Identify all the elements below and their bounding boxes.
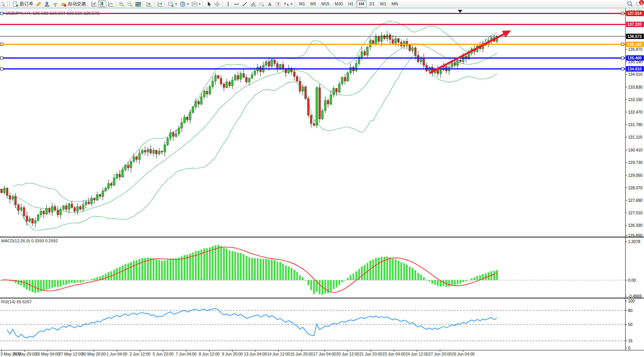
autotrade-button[interactable]: 自动交易 bbox=[59, 0, 87, 8]
indicators-button[interactable]: ▼ bbox=[190, 0, 202, 8]
periods-icon bbox=[180, 1, 186, 7]
time-tick-label[interactable]: 7 Jun 04:00 bbox=[176, 352, 197, 356]
cursor-button[interactable] bbox=[205, 0, 213, 8]
macd-histogram-bar bbox=[426, 280, 428, 280]
candle-body bbox=[31, 218, 33, 223]
chart-marker-icon[interactable] bbox=[458, 10, 462, 13]
line-handle[interactable] bbox=[0, 67, 3, 70]
signal-button[interactable] bbox=[51, 0, 59, 8]
trend-arrow-line[interactable] bbox=[429, 33, 507, 73]
time-tick-label[interactable]: 17 Jun 04:00 bbox=[313, 352, 336, 356]
arrows-button[interactable]: ▼ bbox=[282, 0, 294, 8]
auto-scroll-button[interactable] bbox=[145, 0, 153, 8]
macd-histogram-bar bbox=[339, 280, 341, 285]
vertical-line-button[interactable] bbox=[224, 0, 232, 8]
time-tick-label[interactable]: 29 Jun 04:00 bbox=[452, 352, 475, 356]
time-tick-label[interactable]: 5 Jun 23:00 bbox=[153, 352, 174, 356]
tile-windows-button[interactable] bbox=[134, 0, 142, 8]
macd-histogram-bar bbox=[330, 280, 332, 292]
candle-body bbox=[268, 62, 270, 66]
time-tick-label[interactable]: 27 May 12:00 bbox=[59, 352, 83, 356]
time-tick-label[interactable]: 15 Jun 20:00 bbox=[290, 352, 313, 356]
time-tick-label[interactable]: 20 Jun 12:00 bbox=[336, 352, 359, 356]
time-tick-label[interactable]: 8 Jun 12:00 bbox=[199, 352, 220, 356]
line-chart-button[interactable] bbox=[106, 0, 115, 8]
candle-body bbox=[454, 62, 456, 65]
zoom-in-button[interactable] bbox=[117, 0, 126, 8]
line-handle[interactable] bbox=[0, 57, 3, 59]
market-watch-button[interactable] bbox=[0, 0, 6, 8]
fibonacci-button[interactable]: F bbox=[257, 0, 266, 8]
notifications-button[interactable]: 1 bbox=[635, 0, 643, 8]
time-tick-label[interactable]: 13 Jun 04:00 bbox=[244, 352, 267, 356]
price-tick-label: 128.370 bbox=[628, 186, 642, 190]
time-tick-label[interactable]: 24 May 20:00 bbox=[12, 352, 37, 356]
styles-button[interactable] bbox=[34, 0, 43, 8]
macd-histogram-bar bbox=[288, 267, 290, 280]
macd-histogram-bar bbox=[189, 254, 191, 280]
macd-histogram-bar bbox=[82, 280, 84, 282]
time-tick-label[interactable]: 14 Jun 12:00 bbox=[267, 352, 290, 356]
chart-shift-button[interactable] bbox=[156, 0, 164, 8]
price-tick-label: 131.110 bbox=[628, 135, 642, 139]
candle-chart-button[interactable] bbox=[98, 0, 106, 8]
candle-body bbox=[307, 98, 309, 115]
macd-histogram-bar bbox=[51, 280, 53, 288]
line-handle[interactable] bbox=[0, 12, 3, 15]
text-label-button[interactable]: T bbox=[274, 0, 282, 8]
macd-histogram-bar bbox=[299, 275, 301, 280]
timeframe-M30[interactable]: M30 bbox=[332, 0, 345, 8]
profile-button[interactable] bbox=[43, 0, 51, 8]
timeframe-W1[interactable]: W1 bbox=[377, 0, 389, 8]
time-tick-label[interactable]: 21 Jun 20:00 bbox=[359, 352, 383, 356]
macd-histogram-bar bbox=[372, 260, 374, 280]
candle-body bbox=[60, 209, 62, 215]
price-tick-label: 135.870 bbox=[628, 47, 642, 51]
trendline-button[interactable] bbox=[241, 0, 249, 8]
candle-body bbox=[102, 191, 104, 196]
line-handle[interactable] bbox=[0, 43, 3, 46]
candle-body bbox=[133, 157, 135, 161]
periods-button[interactable]: ▼ bbox=[179, 0, 190, 8]
channel-button[interactable]: E bbox=[249, 0, 257, 8]
macd-histogram-bar bbox=[181, 257, 183, 280]
new-chart-button[interactable]: ▼ bbox=[167, 0, 179, 8]
time-tick-label[interactable]: 9 Jun 20:00 bbox=[222, 352, 243, 356]
candle-body bbox=[3, 188, 5, 193]
macd-histogram-bar bbox=[178, 257, 180, 280]
time-tick-label[interactable]: 30 May 20:00 bbox=[82, 352, 106, 356]
line-handle[interactable] bbox=[621, 67, 624, 70]
timeframe-H4[interactable]: H4 bbox=[356, 0, 367, 8]
timeframe-M5[interactable]: M5 bbox=[308, 0, 319, 8]
line-handle[interactable] bbox=[621, 57, 624, 59]
time-tick-label[interactable]: 2 Jun 12:00 bbox=[130, 352, 151, 356]
price-tick-label: 127.690 bbox=[628, 198, 642, 203]
timeframe-M1[interactable]: M1 bbox=[297, 0, 308, 8]
macd-histogram-bar bbox=[465, 280, 467, 281]
line-handle[interactable] bbox=[621, 43, 624, 46]
timeframe-MN[interactable]: MN bbox=[389, 0, 401, 8]
macd-histogram-bar bbox=[23, 280, 25, 287]
time-tick-label[interactable]: 24 Jun 12:00 bbox=[406, 352, 429, 356]
time-tick-label[interactable]: 23 Jun 04:00 bbox=[383, 352, 406, 356]
timeframe-D1[interactable]: D1 bbox=[367, 0, 377, 8]
macd-histogram-bar bbox=[203, 248, 205, 280]
macd-histogram-bar bbox=[79, 280, 81, 282]
text-button[interactable]: A bbox=[266, 0, 274, 8]
line-handle[interactable] bbox=[621, 12, 624, 15]
new-order-button[interactable]: 新订单 bbox=[11, 0, 34, 8]
time-tick-label[interactable]: 1 Jun 04:00 bbox=[107, 352, 128, 356]
candle-body bbox=[302, 87, 304, 91]
chart-canvas[interactable]: ▼ USDJPY, H4, 136.580 136.664 136.566 13… bbox=[0, 0, 644, 357]
horizontal-line-button[interactable] bbox=[232, 0, 241, 8]
search-button[interactable] bbox=[625, 0, 635, 8]
zoom-out-button[interactable] bbox=[126, 0, 134, 8]
timeframe-H1[interactable]: H1 bbox=[345, 0, 356, 8]
timeframe-M15[interactable]: M15 bbox=[319, 0, 332, 8]
new-chart-icon bbox=[168, 1, 174, 7]
crosshair-button[interactable] bbox=[213, 0, 221, 8]
time-tick-label[interactable]: 27 Jun 20:00 bbox=[429, 352, 452, 356]
bar-chart-button[interactable] bbox=[90, 0, 98, 8]
time-tick-label[interactable]: 26 May 04:00 bbox=[36, 352, 60, 356]
candle-body bbox=[254, 71, 256, 75]
